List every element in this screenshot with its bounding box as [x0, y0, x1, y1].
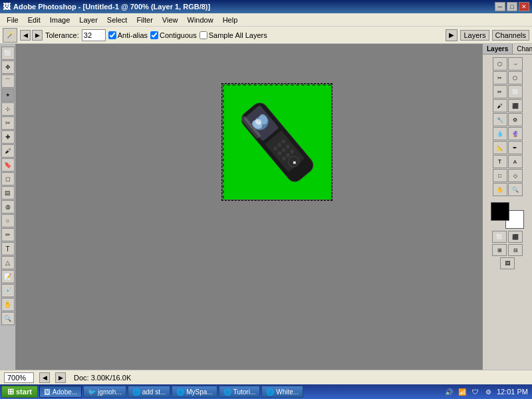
panel-tool-5b[interactable]: ⚙ — [508, 113, 523, 126]
tool-magic-wand[interactable]: ✦ — [1, 88, 15, 102]
tool-text[interactable]: T — [1, 242, 15, 255]
taskbar-right: 🔊 📶 🛡 ⚙ 12:01 PM — [444, 386, 531, 397]
panel-tool-2a[interactable]: ✂ — [493, 71, 507, 84]
panel-tool-2b[interactable]: ⬡ — [508, 71, 523, 84]
panel-tool-4b[interactable]: ⬛ — [508, 99, 523, 112]
palette-toggle[interactable]: ▶ — [446, 29, 458, 41]
taskbar-item-tutori[interactable]: 🌐 Tutori... — [219, 386, 261, 398]
tool-marquee[interactable]: ⬜ — [1, 47, 15, 60]
tool-blur[interactable]: ◍ — [1, 200, 15, 213]
tool-wand-icon[interactable]: 🪄 — [3, 28, 17, 43]
contiguous-label[interactable]: Contiguous — [150, 31, 197, 39]
panel-row-8: T A — [493, 155, 523, 168]
tool-eyedropper[interactable]: 💉 — [1, 284, 15, 297]
panel-row-4: 🖌 ⬛ — [493, 99, 523, 112]
taskbar-item-white[interactable]: 🌐 White... — [261, 386, 303, 398]
layers-panel-tab[interactable]: Layers — [483, 44, 513, 54]
tool-option-next[interactable]: ▶ — [32, 30, 43, 41]
close-button[interactable]: ✕ — [519, 2, 529, 11]
title-bar: 🖼 Adobe Photoshop - [Untitled-1 @ 700% (… — [0, 0, 532, 13]
panel-tool-6b[interactable]: 🔮 — [508, 127, 523, 140]
panel-tool-10a[interactable]: ✋ — [493, 183, 507, 196]
menu-filter[interactable]: Filter — [132, 15, 156, 25]
panel-tool-7a[interactable]: 📐 — [493, 141, 507, 154]
tool-option-prev[interactable]: ◀ — [20, 30, 31, 41]
menu-bar: File Edit Image Layer Select Filter View… — [0, 13, 532, 27]
tool-dodge[interactable]: ○ — [1, 214, 15, 227]
menu-view[interactable]: View — [158, 15, 182, 25]
tray-icon-2[interactable]: 📶 — [457, 386, 467, 397]
menu-edit[interactable]: Edit — [24, 15, 45, 25]
panel-icon-3a[interactable]: 🖼 — [500, 257, 515, 269]
menu-window[interactable]: Window — [184, 15, 217, 25]
tray-icon-1[interactable]: 🔊 — [444, 386, 454, 397]
tool-lasso[interactable]: ⌒ — [1, 74, 15, 88]
panel-tool-8a[interactable]: T — [493, 155, 507, 168]
taskbar-item-adobe[interactable]: 🖼 Adobe... — [39, 386, 82, 398]
panel-tool-5a[interactable]: 🔧 — [493, 113, 507, 126]
menu-help[interactable]: Help — [219, 15, 242, 25]
tray-icon-3[interactable]: 🛡 — [470, 386, 481, 397]
start-label: start — [16, 388, 32, 396]
panel-tool-10b[interactable]: 🔍 — [508, 183, 523, 196]
panel-icon-1b[interactable]: ⬛ — [508, 231, 523, 243]
menu-layer[interactable]: Layer — [75, 15, 102, 25]
minimize-button[interactable]: ─ — [495, 2, 505, 11]
tool-zoom[interactable]: 🔍 — [1, 312, 15, 325]
system-clock: 12:01 PM — [497, 388, 528, 396]
panel-tool-3b[interactable]: ⬜ — [508, 85, 523, 98]
panel-tool-3a[interactable]: ✏ — [493, 85, 507, 98]
menu-image[interactable]: Image — [46, 15, 74, 25]
panel-tool-7b[interactable]: ✒ — [508, 141, 523, 154]
tool-stamp[interactable]: 🔖 — [1, 158, 15, 172]
panel-tool-8b[interactable]: A — [508, 155, 523, 168]
sample-all-layers-checkbox[interactable] — [200, 31, 207, 39]
menu-select[interactable]: Select — [103, 15, 132, 25]
layers-tab[interactable]: Layers — [460, 30, 489, 41]
taskbar-item-myspa[interactable]: 🌐 MySpa... — [172, 386, 217, 398]
tool-notes[interactable]: 📝 — [1, 270, 15, 283]
tool-heal[interactable]: ✚ — [1, 130, 15, 144]
panel-tool-6a[interactable]: 💧 — [493, 127, 507, 140]
panel-tool-select2[interactable]: → — [508, 57, 523, 70]
maximize-button[interactable]: □ — [507, 2, 517, 11]
doc-info: Doc: 3.00K/16.0K — [74, 374, 131, 382]
channels-tab[interactable]: Channels — [492, 30, 529, 41]
tolerance-input[interactable] — [82, 29, 106, 41]
tool-crop[interactable]: ⊹ — [1, 102, 15, 116]
anti-alias-label[interactable]: Anti-alias — [108, 31, 148, 39]
panel-icon-1a[interactable]: ⬜ — [492, 231, 507, 243]
tool-brush[interactable]: 🖌 — [1, 144, 15, 158]
tool-hand[interactable]: ✋ — [1, 298, 15, 311]
title-bar-controls[interactable]: ─ □ ✕ — [495, 2, 529, 11]
panel-tool-9b[interactable]: ◇ — [508, 169, 523, 182]
canvas-area[interactable]: ✦ — [16, 44, 482, 370]
taskbar-item-jgmoh[interactable]: 🐦 jgmoh... — [83, 386, 126, 398]
contiguous-checkbox[interactable] — [150, 31, 158, 39]
menu-file[interactable]: File — [3, 15, 23, 25]
tool-move[interactable]: ✥ — [1, 61, 15, 74]
panel-tool-9a[interactable]: □ — [493, 169, 507, 182]
channels-panel-tab[interactable]: Channels — [513, 44, 532, 54]
panel-tabs: Layers Channels — [483, 44, 532, 55]
panel-row-1: ⬡ → — [493, 57, 523, 70]
tool-slice[interactable]: ✂ — [1, 116, 15, 130]
tool-pen[interactable]: ✏ — [1, 228, 15, 241]
scroll-left-btn[interactable]: ◀ — [39, 372, 50, 383]
anti-alias-checkbox[interactable] — [108, 31, 116, 39]
scroll-right-btn[interactable]: ▶ — [55, 372, 66, 383]
panel-tool-select1[interactable]: ⬡ — [493, 57, 507, 70]
sample-all-layers-label[interactable]: Sample All Layers — [200, 31, 267, 39]
zoom-input[interactable] — [4, 372, 34, 383]
tool-gradient[interactable]: ▤ — [1, 186, 15, 200]
panel-icon-2b[interactable]: ⊟ — [508, 244, 523, 256]
tool-eraser[interactable]: ◻ — [1, 172, 15, 186]
taskbar-item-addst[interactable]: 🌐 add st... — [128, 386, 171, 398]
foreground-color-swatch[interactable] — [491, 202, 509, 221]
tool-shape[interactable]: △ — [1, 256, 15, 269]
panel-icon-2a[interactable]: ⊞ — [492, 244, 507, 256]
document-canvas[interactable]: ✦ — [222, 84, 332, 200]
tray-icon-4[interactable]: ⚙ — [483, 386, 494, 397]
start-button[interactable]: ⊞ start — [1, 386, 38, 398]
panel-tool-4a[interactable]: 🖌 — [493, 99, 507, 112]
